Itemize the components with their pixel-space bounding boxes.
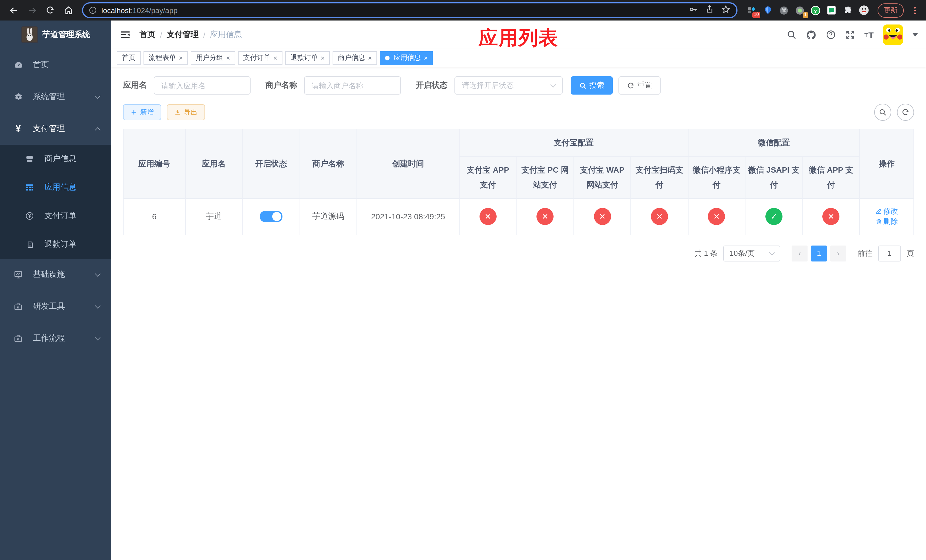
sidebar-item-pay-order[interactable]: 支付订单 bbox=[0, 202, 111, 230]
search-button[interactable]: 搜索 bbox=[570, 76, 613, 95]
table-toolbar: 新增 导出 bbox=[123, 104, 914, 121]
forward-icon[interactable] bbox=[24, 2, 40, 18]
extension-green-circle-icon[interactable]: y bbox=[810, 5, 821, 15]
close-icon[interactable]: × bbox=[321, 54, 325, 62]
sidebar-item-payment[interactable]: ¥ 支付管理 bbox=[0, 113, 111, 145]
bookmark-star-icon[interactable] bbox=[721, 4, 731, 16]
cell-app-id: 6 bbox=[123, 198, 185, 235]
extension-designer-icon[interactable]: 10 bbox=[747, 5, 757, 15]
extension-command-icon[interactable]: ⌘ bbox=[779, 5, 789, 15]
page-1-button[interactable]: 1 bbox=[811, 245, 827, 262]
cell-wechat-jsapi bbox=[745, 198, 802, 235]
close-icon[interactable]: × bbox=[226, 54, 230, 62]
cell-alipay-app bbox=[459, 198, 516, 235]
chevron-down-icon bbox=[769, 250, 775, 256]
status-fail-icon bbox=[823, 208, 840, 225]
pagination: 共 1 条 10条/页 ‹ 1 › 前往 页 bbox=[123, 245, 914, 262]
site-info-icon[interactable] bbox=[89, 6, 97, 14]
sidebar-item-home[interactable]: 首页 bbox=[0, 49, 111, 81]
prev-page-button[interactable]: ‹ bbox=[791, 245, 808, 262]
status-fail-icon bbox=[594, 208, 611, 225]
edit-link[interactable]: 修改 bbox=[875, 206, 898, 217]
breadcrumb: 首页 / 支付管理 / 应用信息 bbox=[139, 30, 242, 40]
help-icon[interactable] bbox=[826, 30, 836, 40]
close-icon[interactable]: × bbox=[368, 54, 372, 62]
cell-app-name: 芋道 bbox=[185, 198, 243, 235]
search-icon[interactable] bbox=[786, 30, 796, 40]
tab-refund-order[interactable]: 退款订单× bbox=[285, 51, 330, 65]
cell-wechat-app bbox=[802, 198, 859, 235]
merchant-name-input[interactable] bbox=[312, 81, 393, 90]
tab-process-form[interactable]: 流程表单× bbox=[144, 51, 188, 65]
reload-icon[interactable] bbox=[42, 2, 58, 18]
col-wechat-jsapi: 微信 JSAPI 支付 bbox=[745, 156, 802, 198]
home-icon[interactable] bbox=[61, 2, 76, 18]
sidebar-item-app-info[interactable]: 应用信息 bbox=[0, 173, 111, 202]
extension-balloon-icon[interactable] bbox=[763, 5, 773, 15]
payment-submenu: 商户信息 应用信息 支付订单 bbox=[0, 145, 111, 259]
status-fail-icon bbox=[536, 208, 554, 225]
avatar-caret-icon[interactable] bbox=[912, 33, 918, 36]
extension-badge: 10 bbox=[752, 12, 760, 18]
extension-recorder-icon[interactable]: 1 bbox=[794, 5, 805, 15]
url-path: :1024/pay/app bbox=[131, 6, 178, 15]
close-icon[interactable]: × bbox=[179, 54, 183, 62]
font-size-icon[interactable]: TT bbox=[864, 30, 874, 39]
sidebar-item-refund-order[interactable]: 退款订单 bbox=[0, 230, 111, 259]
collapse-sidebar-icon[interactable] bbox=[119, 29, 132, 41]
breadcrumb-payment[interactable]: 支付管理 bbox=[167, 30, 199, 40]
app-logo-row[interactable]: 芋道管理系统 bbox=[0, 21, 111, 49]
sidebar-item-dev-tools[interactable]: 研发工具 bbox=[0, 291, 111, 322]
sidebar-menu: 首页 系统管理 ¥ 支付管理 bbox=[0, 49, 111, 560]
url-bar[interactable]: localhost:1024/pay/app bbox=[82, 2, 737, 18]
close-icon[interactable]: × bbox=[424, 54, 428, 62]
chevron-down-icon bbox=[95, 93, 100, 99]
app-logo bbox=[21, 26, 38, 43]
sidebar-item-workflow[interactable]: 工作流程 bbox=[0, 322, 111, 354]
tab-user-group[interactable]: 用户分组× bbox=[191, 51, 235, 65]
chevron-up-icon bbox=[95, 127, 100, 133]
breadcrumb-home[interactable]: 首页 bbox=[139, 30, 156, 40]
sidebar-item-system[interactable]: 系统管理 bbox=[0, 81, 111, 113]
tab-app-info[interactable]: 应用信息× bbox=[380, 51, 433, 65]
tab-pay-order[interactable]: 支付订单× bbox=[238, 51, 283, 65]
toolbox-icon bbox=[11, 334, 25, 343]
tab-merchant-info[interactable]: 商户信息× bbox=[333, 51, 377, 65]
refresh-table-button[interactable] bbox=[897, 104, 914, 121]
tab-home[interactable]: 首页 bbox=[117, 51, 141, 65]
status-pass-icon bbox=[766, 208, 782, 225]
extensions-puzzle-icon[interactable] bbox=[842, 5, 853, 15]
browser-update-button[interactable]: 更新 bbox=[878, 3, 904, 17]
cell-alipay-qr bbox=[631, 198, 688, 235]
fullscreen-icon[interactable] bbox=[845, 30, 855, 40]
close-icon[interactable]: × bbox=[273, 54, 277, 62]
sidebar-item-infrastructure[interactable]: 基础设施 bbox=[0, 259, 111, 291]
app-name-input[interactable] bbox=[161, 81, 243, 90]
add-button[interactable]: 新增 bbox=[123, 104, 161, 120]
back-icon[interactable] bbox=[6, 2, 22, 18]
goto-page-input[interactable] bbox=[878, 245, 901, 262]
chevron-down-icon bbox=[95, 335, 100, 341]
user-avatar[interactable] bbox=[883, 24, 903, 45]
url-host: localhost bbox=[101, 6, 131, 15]
extension-chat-icon[interactable] bbox=[826, 5, 837, 15]
export-button[interactable]: 导出 bbox=[167, 104, 205, 120]
browser-menu-icon[interactable] bbox=[914, 6, 916, 14]
toggle-search-button[interactable] bbox=[874, 104, 891, 121]
page-size-select[interactable]: 10条/页 bbox=[723, 245, 780, 262]
yuan-circle-icon bbox=[23, 211, 36, 221]
enabled-toggle[interactable] bbox=[260, 211, 283, 222]
reset-button[interactable]: 重置 bbox=[619, 76, 661, 95]
share-icon[interactable] bbox=[705, 5, 714, 16]
password-key-icon[interactable] bbox=[688, 4, 698, 16]
extensions-row: 10 ⌘ 1 y 更新 bbox=[743, 3, 920, 17]
next-page-button[interactable]: › bbox=[830, 245, 846, 262]
status-select[interactable]: 请选择开启状态 bbox=[454, 76, 563, 95]
goto-label: 前往 bbox=[858, 248, 873, 259]
browser-profile-avatar[interactable] bbox=[858, 5, 870, 16]
col-wechat-app: 微信 APP 支付 bbox=[802, 156, 859, 198]
sidebar-item-merchant-info[interactable]: 商户信息 bbox=[0, 145, 111, 173]
group-alipay-config: 支付宝配置 bbox=[459, 129, 688, 156]
github-icon[interactable] bbox=[805, 29, 816, 40]
delete-link[interactable]: 删除 bbox=[875, 217, 898, 227]
